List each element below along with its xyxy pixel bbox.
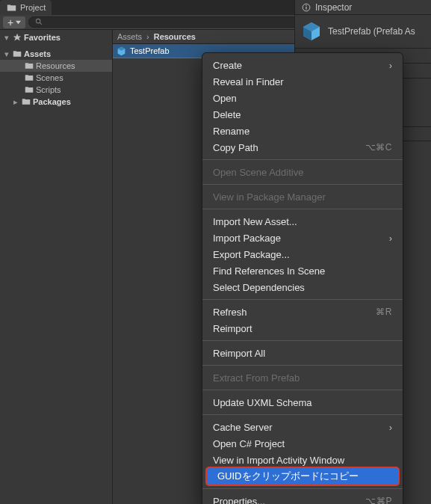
inspector-title: TestPrefab (Prefab As: [328, 26, 415, 37]
menu-import-new-asset[interactable]: Import New Asset...: [202, 213, 403, 230]
star-icon: [12, 32, 22, 43]
separator: [202, 299, 403, 300]
menu-open-csharp-project[interactable]: Open C# Project: [202, 435, 403, 452]
tree-item-scenes[interactable]: Scenes: [0, 72, 112, 84]
menu-select-dependencies[interactable]: Select Dependencies: [202, 279, 403, 295]
folder-icon: [24, 61, 34, 71]
chevron-down-icon: ▾: [3, 33, 10, 43]
menu-view-import-activity[interactable]: View in Import Activity Window: [202, 452, 403, 468]
menu-label: Create: [213, 60, 242, 71]
scenes-label: Scenes: [36, 73, 63, 82]
menu-find-references[interactable]: Find References In Scene: [202, 262, 403, 279]
prefab-cube-icon: [301, 21, 322, 42]
menu-label: GUIDをクリップボードにコピー: [217, 470, 359, 483]
add-button[interactable]: +: [3, 16, 25, 28]
menu-label: View in Package Manager: [213, 191, 326, 203]
folder-icon: [6, 2, 16, 13]
chevron-right-icon: ›: [389, 422, 392, 433]
folder-icon: [12, 49, 22, 59]
folder-tree: ▾ Favorites ▾ Assets Resources Scenes Sc…: [0, 30, 113, 504]
menu-label: View in Import Activity Window: [213, 455, 344, 466]
packages-label: Packages: [33, 97, 71, 106]
menu-properties[interactable]: Properties...⌥⌘P: [202, 493, 403, 504]
chevron-right-icon: ›: [389, 233, 392, 244]
folder-icon: [24, 73, 34, 83]
menu-label: Import New Asset...: [213, 216, 297, 227]
scripts-label: Scripts: [36, 85, 61, 94]
menu-reimport-all[interactable]: Reimport All: [202, 345, 403, 361]
favorites-header[interactable]: ▾ Favorites: [0, 31, 112, 43]
separator: [202, 209, 403, 209]
chevron-right-icon: ›: [146, 32, 149, 41]
inspector-header: TestPrefab (Prefab As: [295, 15, 431, 49]
chevron-right-icon: ▸: [12, 97, 19, 107]
tab-project-label: Project: [20, 3, 46, 12]
chevron-down-icon: ▾: [3, 49, 10, 59]
menu-label: Copy Path: [213, 142, 258, 153]
svg-line-4: [40, 22, 42, 25]
assets-label: Assets: [24, 49, 51, 58]
menu-label: Delete: [213, 109, 241, 120]
menu-export-package[interactable]: Export Package...: [202, 246, 403, 262]
svg-rect-9: [306, 6, 306, 9]
shortcut-label: ⌥⌘C: [365, 142, 392, 153]
separator: [202, 414, 403, 415]
menu-label: Update UXML Schema: [213, 397, 311, 408]
menu-label: Reimport: [213, 323, 252, 334]
separator: [202, 488, 403, 489]
context-menu: Create› Reveal in Finder Open Delete Ren…: [202, 52, 403, 504]
menu-rename[interactable]: Rename: [202, 123, 403, 139]
menu-refresh[interactable]: Refresh⌘R: [202, 304, 403, 320]
separator: [202, 340, 403, 341]
tab-inspector[interactable]: Inspector: [295, 0, 431, 15]
separator: [202, 184, 403, 185]
dropdown-caret-icon: [16, 19, 21, 25]
menu-reimport[interactable]: Reimport: [202, 320, 403, 336]
prefab-icon: [116, 46, 126, 56]
menu-label: Open Scene Additive: [213, 167, 303, 178]
menu-update-uxml[interactable]: Update UXML Schema: [202, 394, 403, 411]
menu-open[interactable]: Open: [202, 90, 403, 106]
menu-create[interactable]: Create›: [202, 57, 403, 73]
svg-point-3: [36, 19, 40, 23]
menu-import-package[interactable]: Import Package›: [202, 230, 403, 246]
separator: [202, 159, 403, 160]
separator: [202, 365, 403, 366]
menu-label: Import Package: [213, 233, 281, 244]
menu-label: Properties...: [213, 496, 265, 505]
menu-label: Rename: [213, 126, 249, 137]
menu-label: Find References In Scene: [213, 265, 325, 277]
menu-copy-path[interactable]: Copy Path⌥⌘C: [202, 139, 403, 156]
assets-header[interactable]: ▾ Assets: [0, 48, 112, 60]
resources-label: Resources: [36, 61, 75, 70]
menu-label: Extract From Prefab: [213, 372, 300, 384]
menu-reveal-finder[interactable]: Reveal in Finder: [202, 73, 403, 90]
shortcut-label: ⌥⌘P: [365, 496, 392, 504]
info-icon: [301, 2, 311, 13]
folder-icon: [21, 96, 31, 107]
tab-project[interactable]: Project: [0, 0, 52, 15]
tree-item-scripts[interactable]: Scripts: [0, 84, 112, 96]
search-icon: [34, 17, 44, 28]
menu-extract-prefab: Extract From Prefab: [202, 369, 403, 386]
packages-header[interactable]: ▸ Packages: [0, 96, 112, 108]
plus-icon: +: [7, 17, 13, 28]
menu-guid-copy[interactable]: GUIDをクリップボードにコピー: [207, 468, 398, 485]
menu-cache-server[interactable]: Cache Server›: [202, 419, 403, 435]
crumb-assets[interactable]: Assets: [117, 32, 142, 41]
svg-point-10: [306, 4, 307, 6]
chevron-right-icon: ›: [389, 60, 392, 71]
asset-name: TestPrefab: [130, 46, 170, 55]
menu-label: Cache Server: [213, 422, 272, 433]
tree-item-resources[interactable]: Resources: [0, 60, 112, 72]
menu-label: Open: [213, 93, 237, 104]
menu-delete[interactable]: Delete: [202, 106, 403, 123]
crumb-resources[interactable]: Resources: [154, 32, 196, 41]
menu-label: Open C# Project: [213, 438, 285, 449]
menu-label: Refresh: [213, 307, 247, 318]
separator: [202, 390, 403, 390]
folder-icon: [24, 84, 34, 95]
menu-open-scene-additive: Open Scene Additive: [202, 164, 403, 180]
inspector-tab-label: Inspector: [315, 2, 352, 13]
menu-label: Reveal in Finder: [213, 76, 284, 87]
